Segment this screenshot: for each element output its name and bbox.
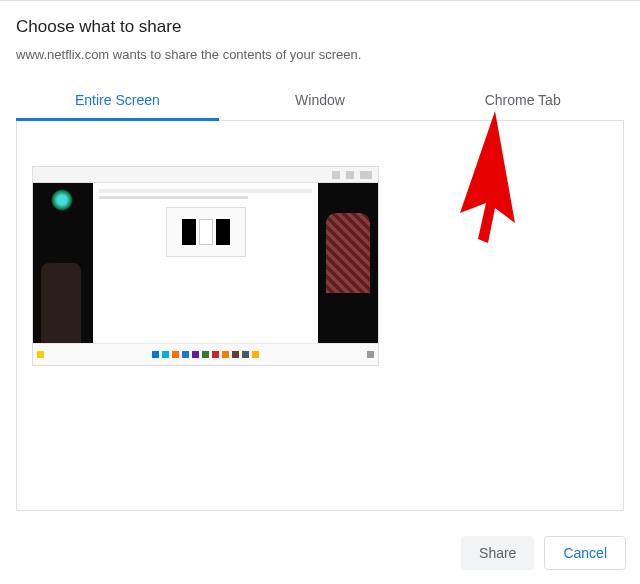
thumb-mini-tile (199, 219, 213, 245)
tab-window[interactable]: Window (219, 80, 422, 120)
share-tabs: Entire Screen Window Chrome Tab (16, 80, 624, 121)
taskbar-icon (162, 351, 169, 358)
thumb-mini-tile (182, 219, 196, 245)
thumb-video-center (93, 183, 318, 343)
taskbar-icon (252, 351, 259, 358)
taskbar-icon (242, 351, 249, 358)
taskbar-icon (152, 351, 159, 358)
screen-thumbnail[interactable] (32, 166, 379, 366)
thumb-titlebar (33, 167, 378, 183)
taskbar-icon (37, 351, 44, 358)
cancel-button[interactable]: Cancel (544, 536, 626, 570)
thumb-mini-tile (216, 219, 230, 245)
tab-entire-screen[interactable]: Entire Screen (16, 80, 219, 120)
thumb-mini-inner (166, 207, 246, 257)
thumb-mini-text (99, 196, 248, 199)
thumb-video-left (33, 183, 93, 343)
taskbar-icon (212, 351, 219, 358)
taskbar-icon (192, 351, 199, 358)
taskbar-icon (232, 351, 239, 358)
share-dialog: Choose what to share www.netflix.com wan… (0, 0, 640, 584)
thumb-mini-bar (99, 189, 312, 193)
dialog-title: Choose what to share (16, 17, 624, 37)
taskbar-icon (202, 351, 209, 358)
dialog-subtitle: www.netflix.com wants to share the conte… (16, 47, 624, 62)
thumb-taskbar (33, 343, 378, 365)
taskbar-icon (367, 351, 374, 358)
taskbar-icon (222, 351, 229, 358)
share-button[interactable]: Share (461, 536, 534, 570)
taskbar-icon (182, 351, 189, 358)
preview-area (16, 121, 624, 511)
thumb-body (33, 183, 378, 343)
dialog-footer: Share Cancel (461, 536, 626, 570)
taskbar-icon (172, 351, 179, 358)
tab-chrome-tab[interactable]: Chrome Tab (421, 80, 624, 120)
thumb-video-right (318, 183, 378, 343)
